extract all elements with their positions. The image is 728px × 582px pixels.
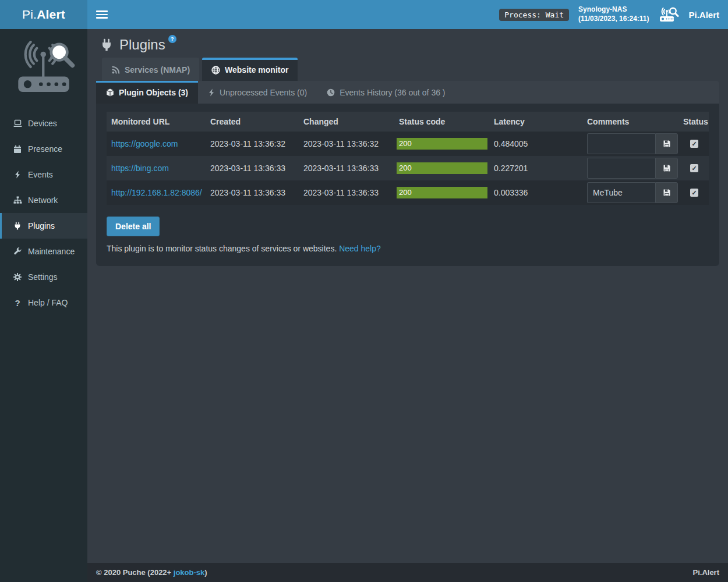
status-checkbox[interactable]: ✓	[690, 164, 698, 172]
sidebar-item-label: Settings	[28, 272, 58, 282]
tab-label: Plugin Objects (3)	[119, 88, 188, 97]
table-row: https://bing.com 2023-03-11 13:36:33 202…	[107, 156, 709, 180]
need-help-link[interactable]: Need help?	[339, 244, 381, 253]
sidebar-item-label: Help / FAQ	[28, 298, 68, 307]
created-value: 2023-03-11 13:36:33	[206, 156, 299, 180]
save-comment-button[interactable]	[655, 182, 678, 203]
sidebar-item-label: Presence	[28, 144, 62, 154]
footer-copyright-prefix: © 2020 Puche (2022+	[96, 568, 174, 577]
status-code-badge: 200	[397, 162, 487, 174]
hamburger-icon[interactable]	[96, 10, 108, 19]
plugin-objects-content: Monitored URL Created Changed Status cod…	[96, 104, 719, 266]
bolt-icon	[208, 88, 215, 97]
router-search-logo	[0, 29, 87, 111]
sidebar-item-devices[interactable]: Devices	[0, 111, 87, 136]
status-code-badge: 200	[397, 187, 487, 198]
content-area: Plugins ? Services (NMAP) Website monito…	[87, 29, 728, 563]
sidebar-item-events[interactable]: Events	[0, 162, 87, 187]
plugin-inner-tabs: Plugin Objects (3) Unprocessed Events (0…	[96, 81, 719, 104]
sidebar-item-network[interactable]: Network	[0, 187, 87, 213]
table-row: https://google.com 2023-03-11 13:36:32 2…	[107, 132, 709, 156]
latency-value: 0.484005	[489, 132, 582, 156]
tab-unprocessed-events[interactable]: Unprocessed Events (0)	[198, 81, 317, 104]
tab-plugin-objects[interactable]: Plugin Objects (3)	[96, 81, 198, 104]
tab-events-history[interactable]: Events History (36 out of 36 )	[317, 81, 455, 104]
sitemap-icon	[13, 196, 22, 204]
footer-author-link[interactable]: jokob-sk	[174, 568, 204, 577]
col-comments: Comments	[582, 112, 678, 132]
col-status-code: Status code	[394, 112, 489, 132]
sidebar-item-label: Devices	[28, 119, 57, 128]
footer-app-name: Pi.Alert	[692, 568, 719, 577]
router-search-icon	[658, 7, 679, 23]
monitored-url-link[interactable]: https://bing.com	[111, 164, 169, 173]
sidebar-item-presence[interactable]: Presence	[0, 136, 87, 162]
sidebar-item-help-faq[interactable]: ? Help / FAQ	[0, 290, 87, 315]
monitored-url-link[interactable]: https://google.com	[111, 139, 178, 148]
save-comment-button[interactable]	[655, 158, 678, 179]
plugin-description: This plugin is to monitor status changes…	[107, 244, 709, 253]
sidebar-item-label: Maintenance	[28, 247, 75, 256]
plugin-type-tabs: Services (NMAP) Website monitor	[96, 58, 719, 81]
save-comment-button[interactable]	[655, 133, 678, 154]
table-header-row: Monitored URL Created Changed Status cod…	[107, 112, 709, 132]
brand-text: Pi.Alert	[22, 8, 65, 22]
plugin-description-text: This plugin is to monitor status changes…	[107, 244, 337, 253]
plug-icon	[13, 222, 22, 230]
clock-icon	[327, 88, 335, 97]
app-name[interactable]: Pi.Alert	[688, 10, 719, 20]
help-badge[interactable]: ?	[168, 35, 176, 43]
navbar: Process: Wait Synology-NAS (11/03/2023, …	[87, 0, 728, 29]
status-checkbox[interactable]: ✓	[690, 189, 698, 197]
col-changed: Changed	[299, 112, 394, 132]
host-name: Synology-NAS	[578, 5, 649, 15]
sidebar-item-settings[interactable]: Settings	[0, 264, 87, 290]
plugin-panel: Plugin Objects (3) Unprocessed Events (0…	[96, 81, 719, 266]
bolt-icon	[13, 171, 22, 179]
navbar-right: Process: Wait Synology-NAS (11/03/2023, …	[499, 5, 719, 23]
page-title-text: Plugins	[119, 37, 165, 53]
col-latency: Latency	[489, 112, 582, 132]
sidebar-item-maintenance[interactable]: Maintenance	[0, 239, 87, 264]
process-status-badge: Process: Wait	[499, 9, 569, 21]
page-title: Plugins ?	[100, 37, 180, 53]
tab-label: Events History (36 out of 36 )	[340, 88, 445, 97]
calendar-icon	[13, 145, 22, 153]
col-status: Status	[678, 112, 709, 132]
latency-value: 0.003336	[489, 180, 582, 205]
laptop-icon	[13, 119, 22, 127]
floppy-save-icon	[663, 140, 671, 148]
floppy-save-icon	[663, 164, 671, 172]
comment-input[interactable]	[587, 133, 655, 154]
wrench-icon	[13, 247, 22, 255]
question-icon: ?	[13, 298, 22, 308]
monitored-url-link[interactable]: http://192.168.1.82:8086/	[111, 188, 202, 197]
delete-all-button[interactable]: Delete all	[107, 217, 160, 236]
col-created: Created	[206, 112, 299, 132]
top-header: Pi.Alert Process: Wait Synology-NAS (11/…	[0, 0, 728, 29]
comment-input[interactable]	[587, 182, 655, 203]
col-monitored-url: Monitored URL	[107, 112, 206, 132]
comment-input-group	[587, 133, 678, 154]
changed-value: 2023-03-11 13:36:33	[299, 156, 394, 180]
content-header: Plugins ?	[87, 29, 728, 53]
created-value: 2023-03-11 13:36:33	[206, 180, 299, 205]
tab-services-nmap[interactable]: Services (NMAP)	[102, 58, 199, 81]
floppy-save-icon	[663, 189, 671, 197]
sidebar-item-plugins[interactable]: Plugins	[0, 213, 87, 239]
tab-website-monitor[interactable]: Website monitor	[202, 58, 298, 81]
tab-label: Services (NMAP)	[125, 65, 190, 74]
plug-icon	[100, 38, 113, 52]
host-info: Synology-NAS (11/03/2023, 16:24:11)	[578, 5, 649, 23]
comment-input-group	[587, 158, 678, 179]
gear-icon	[13, 273, 22, 281]
footer: © 2020 Puche (2022+ jokob-sk) Pi.Alert	[87, 563, 728, 582]
comment-input[interactable]	[587, 158, 655, 179]
status-code-badge: 200	[397, 138, 487, 150]
footer-copyright-suffix: )	[204, 568, 207, 577]
changed-value: 2023-03-11 13:36:32	[299, 132, 394, 156]
brand-logo[interactable]: Pi.Alert	[0, 0, 87, 29]
status-checkbox[interactable]: ✓	[690, 140, 698, 148]
tab-label: Unprocessed Events (0)	[220, 88, 307, 97]
changed-value: 2023-03-11 13:36:33	[299, 180, 394, 205]
